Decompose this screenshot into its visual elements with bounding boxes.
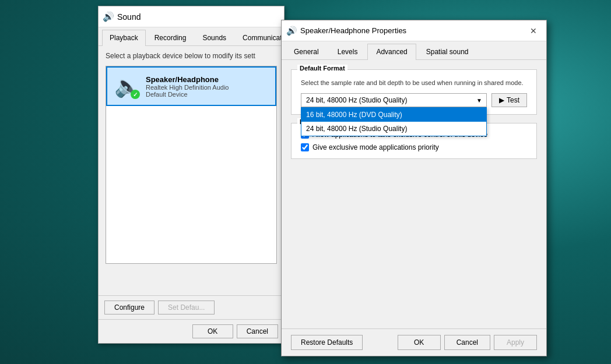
default-format-section: Default Format Select the sample rate an… <box>291 69 537 115</box>
props-footer-right: OK Cancel Apply <box>398 335 537 350</box>
format-select-wrap: 24 bit, 48000 Hz (Studio Quality) ▼ 16 b… <box>301 93 487 107</box>
dropdown-item-dvd[interactable]: 16 bit, 48000 Hz (DVD Quality) <box>301 108 486 122</box>
props-titlebar-icon: 🔊 <box>286 26 297 36</box>
format-select[interactable]: 24 bit, 48000 Hz (Studio Quality) <box>301 93 487 107</box>
props-dialog: 🔊 Speaker/Headphone Properties ✕ General… <box>281 20 547 356</box>
format-row: 24 bit, 48000 Hz (Studio Quality) ▼ 16 b… <box>301 93 527 107</box>
sound-content: Select a playback device below to modify… <box>99 46 284 295</box>
restore-defaults-button[interactable]: Restore Defaults <box>291 335 363 350</box>
tab-general[interactable]: General <box>285 44 328 59</box>
configure-button[interactable]: Configure <box>104 301 154 314</box>
tab-playback[interactable]: Playback <box>102 30 146 46</box>
props-ok-button[interactable]: OK <box>398 335 441 350</box>
dropdown-item-studio[interactable]: 24 bit, 48000 Hz (Studio Quality) <box>301 122 486 136</box>
tab-spatial-sound[interactable]: Spatial sound <box>417 44 477 59</box>
checkbox-row-2: Give exclusive mode applications priorit… <box>301 143 527 151</box>
device-sub2: Default Device <box>146 91 229 98</box>
props-tabs: General Levels Advanced Spatial sound <box>282 41 546 60</box>
props-footer: Restore Defaults OK Cancel Apply <box>282 328 546 356</box>
props-content: Default Format Select the sample rate an… <box>282 60 546 328</box>
sound-titlebar: 🔊 Sound <box>99 6 284 27</box>
props-apply-button[interactable]: Apply <box>494 335 537 350</box>
test-button[interactable]: ▶ Test <box>491 93 527 107</box>
exclusive-priority-checkbox[interactable] <box>301 143 309 151</box>
set-default-button[interactable]: Set Defau... <box>158 301 215 314</box>
device-list: 🔈 ✓ Speaker/Headphone Realtek High Defin… <box>106 66 277 264</box>
sound-tabs: Playback Recording Sounds Communications <box>99 27 284 46</box>
test-play-icon: ▶ <box>499 96 504 104</box>
device-sub1: Realtek High Definition Audio <box>146 84 229 91</box>
default-format-label: Default Format <box>297 65 347 72</box>
device-item-speaker[interactable]: 🔈 ✓ Speaker/Headphone Realtek High Defin… <box>106 66 276 106</box>
sound-cancel-button[interactable]: Cancel <box>237 324 278 338</box>
sound-window-icon: 🔊 <box>103 12 114 22</box>
tab-recording[interactable]: Recording <box>147 30 194 45</box>
close-button[interactable]: ✕ <box>525 24 542 38</box>
tab-advanced[interactable]: Advanced <box>367 44 416 60</box>
test-btn-label: Test <box>507 96 519 104</box>
sound-description: Select a playback device below to modify… <box>106 52 277 60</box>
sound-window-title: Sound <box>117 12 141 22</box>
tab-levels[interactable]: Levels <box>329 44 367 59</box>
device-icon-wrap: 🔈 ✓ <box>114 73 140 99</box>
props-titlebar-title: Speaker/Headphone Properties <box>300 26 525 35</box>
device-info: Speaker/Headphone Realtek High Definitio… <box>146 75 229 98</box>
device-check-icon: ✓ <box>131 90 140 99</box>
sound-window: 🔊 Sound Playback Recording Sounds Commun… <box>98 6 285 344</box>
exclusive-priority-label: Give exclusive mode applications priorit… <box>312 143 439 151</box>
sound-ok-cancel-row: OK Cancel <box>99 319 284 343</box>
default-format-desc: Select the sample rate and bit depth to … <box>301 79 527 86</box>
props-cancel-button[interactable]: Cancel <box>444 335 490 350</box>
tab-sounds[interactable]: Sounds <box>195 30 234 45</box>
sound-bottom-buttons: Configure Set Defau... <box>99 295 284 319</box>
device-name: Speaker/Headphone <box>146 75 229 84</box>
props-titlebar: 🔊 Speaker/Headphone Properties ✕ <box>282 20 546 41</box>
sound-ok-button[interactable]: OK <box>192 324 233 338</box>
format-dropdown: 16 bit, 48000 Hz (DVD Quality) 24 bit, 4… <box>301 107 487 136</box>
